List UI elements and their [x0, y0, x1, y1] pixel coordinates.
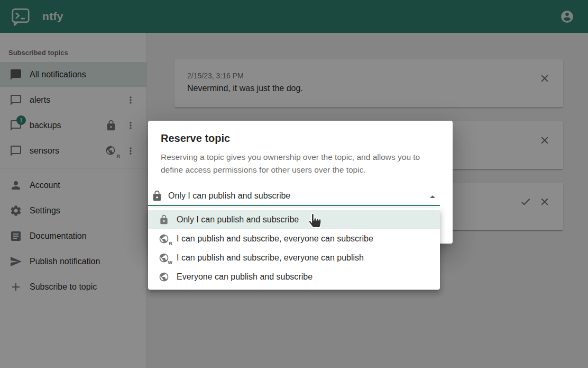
option-label: I can publish and subscribe, everyone ca…	[177, 234, 373, 244]
dialog-description: Reserving a topic gives you ownership ov…	[148, 151, 453, 176]
globe-sub-letter: W	[168, 260, 173, 265]
option-label: I can publish and subscribe, everyone ca…	[177, 253, 364, 263]
option-everyone-can-subscribe[interactable]: R I can publish and subscribe, everyone …	[148, 229, 440, 248]
globe-sub-letter: R	[169, 241, 173, 246]
globe-write-icon: W	[159, 253, 169, 263]
access-select[interactable]: Only I can publish and subscribe	[148, 187, 440, 206]
option-label: Only I can publish and subscribe	[177, 215, 299, 225]
arrow-drop-up-icon	[426, 191, 439, 203]
globe-icon	[159, 272, 169, 282]
option-label: Everyone can publish and subscribe	[177, 272, 313, 282]
globe-read-icon: R	[159, 234, 169, 244]
lock-icon	[151, 190, 163, 202]
option-everyone-can-publish[interactable]: W I can publish and subscribe, everyone …	[148, 248, 440, 267]
select-value: Only I can publish and subscribe	[168, 191, 290, 201]
option-only-i-can-publish-subscribe[interactable]: Only I can publish and subscribe	[148, 210, 440, 229]
lock-icon	[159, 214, 169, 225]
access-select-menu: Only I can publish and subscribe R I can…	[148, 208, 440, 290]
option-everyone-can-publish-subscribe[interactable]: Everyone can publish and subscribe	[148, 267, 440, 286]
ntfy-app: ntfy Subscribed topics All notifications	[0, 0, 588, 368]
dialog-title: Reserve topic	[148, 121, 453, 151]
